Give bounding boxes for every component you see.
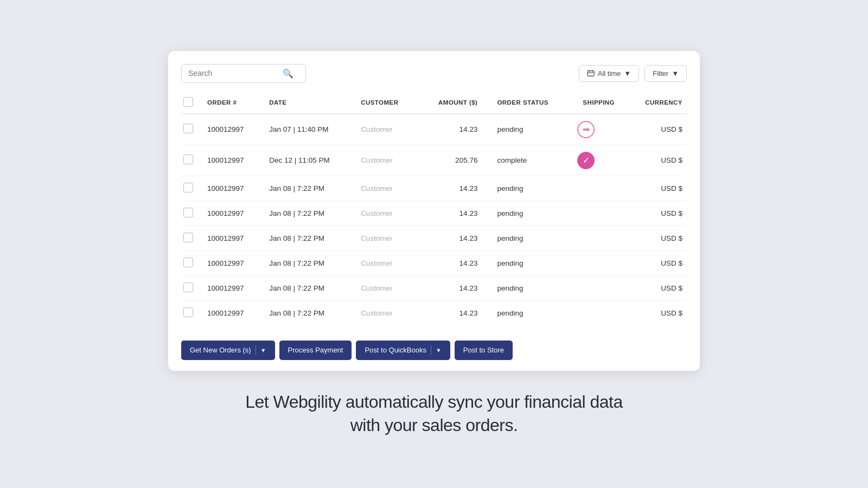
status-cell: pending	[490, 275, 571, 300]
status-cell: complete	[490, 145, 571, 176]
all-time-chevron-icon: ▼	[624, 69, 631, 78]
row-checkbox-cell[interactable]	[181, 201, 201, 226]
shipping-check-icon: ✓	[577, 152, 595, 169]
get-new-orders-button[interactable]: Get New Orders (s) ▼	[181, 341, 275, 360]
date-cell: Jan 08 | 7:22 PM	[263, 176, 354, 201]
amount-cell: 14.23	[417, 201, 490, 226]
currency-cell: USD $	[627, 226, 687, 251]
row-checkbox-cell[interactable]	[181, 114, 201, 145]
row-checkbox-cell[interactable]	[181, 176, 201, 201]
customer-cell: Customer	[354, 201, 417, 226]
divider2	[431, 345, 431, 355]
date-cell: Dec 12 | 11:05 PM	[263, 145, 354, 176]
date-cell: Jan 08 | 7:22 PM	[263, 226, 354, 251]
all-time-button[interactable]: All time ▼	[579, 65, 640, 82]
filter-button[interactable]: Filter ▼	[644, 65, 687, 82]
currency-cell: USD $	[627, 251, 687, 275]
status-cell: pending	[490, 176, 571, 201]
date-cell: Jan 07 | 11:40 PM	[263, 114, 354, 145]
row-checkbox-cell[interactable]	[181, 251, 201, 275]
post-to-quickbooks-dropdown-icon[interactable]: ▼	[436, 347, 442, 354]
status-cell: pending	[490, 226, 571, 251]
table-row: 100012997Jan 08 | 7:22 PMCustomer14.23pe…	[181, 300, 687, 325]
customer-cell: Customer	[354, 226, 417, 251]
shipping-cell	[571, 300, 627, 325]
row-checkbox[interactable]	[183, 155, 193, 164]
table-row: 100012997Jan 08 | 7:22 PMCustomer14.23pe…	[181, 226, 687, 251]
post-to-store-button[interactable]: Post to Store	[455, 341, 513, 360]
select-all-checkbox[interactable]	[183, 97, 193, 107]
search-box[interactable]: 🔍	[181, 64, 306, 83]
shipping-cell	[571, 251, 627, 275]
row-checkbox-cell[interactable]	[181, 300, 201, 325]
row-checkbox[interactable]	[183, 258, 193, 267]
order-number-cell: 100012997	[201, 275, 263, 300]
amount-cell: 14.23	[417, 176, 490, 201]
process-payment-button[interactable]: Process Payment	[279, 341, 352, 360]
currency-cell: USD $	[627, 201, 687, 226]
customer-cell: Customer	[354, 300, 417, 325]
toolbar: 🔍 All time ▼ Filter ▼	[181, 64, 687, 83]
row-checkbox[interactable]	[183, 124, 193, 133]
row-checkbox[interactable]	[183, 208, 193, 217]
currency-cell: USD $	[627, 300, 687, 325]
footer-buttons: Get New Orders (s) ▼ Process Payment Pos…	[181, 335, 687, 360]
get-new-orders-label: Get New Orders (s)	[190, 346, 251, 354]
post-to-quickbooks-button[interactable]: Post to QuickBooks ▼	[356, 341, 450, 360]
toolbar-right: All time ▼ Filter ▼	[579, 65, 687, 82]
table-row: 100012997Dec 12 | 11:05 PMCustomer205.76…	[181, 145, 687, 176]
table-header-row: ORDER # DATE CUSTOMER AMOUNT ($) ORDER S…	[181, 92, 687, 114]
filter-chevron-icon: ▼	[672, 69, 679, 78]
date-cell: Jan 08 | 7:22 PM	[263, 275, 354, 300]
status-cell: pending	[490, 114, 571, 145]
process-payment-label: Process Payment	[288, 346, 343, 354]
order-number-cell: 100012997	[201, 251, 263, 275]
shipping-cell	[571, 226, 627, 251]
customer-cell: Customer	[354, 251, 417, 275]
currency-cell: USD $	[627, 275, 687, 300]
order-number-header: ORDER #	[201, 92, 263, 114]
shipping-arrow-icon: ➡	[577, 121, 595, 138]
get-new-orders-dropdown-icon[interactable]: ▼	[260, 347, 266, 354]
tagline: Let Webgility automatically sync your fi…	[245, 390, 623, 437]
order-number-cell: 100012997	[201, 145, 263, 176]
customer-cell: Customer	[354, 275, 417, 300]
row-checkbox[interactable]	[183, 307, 193, 317]
calendar-icon	[587, 69, 595, 77]
tagline-line1: Let Webgility automatically sync your fi…	[245, 390, 623, 414]
post-to-store-label: Post to Store	[463, 346, 504, 354]
amount-cell: 14.23	[417, 275, 490, 300]
amount-cell: 205.76	[417, 145, 490, 176]
row-checkbox-cell[interactable]	[181, 275, 201, 300]
shipping-cell	[571, 201, 627, 226]
status-cell: pending	[490, 251, 571, 275]
amount-header: AMOUNT ($)	[417, 92, 490, 114]
row-checkbox[interactable]	[183, 282, 193, 292]
amount-cell: 14.23	[417, 300, 490, 325]
search-input[interactable]	[188, 69, 280, 78]
select-all-header[interactable]	[181, 92, 201, 114]
row-checkbox-cell[interactable]	[181, 226, 201, 251]
customer-cell: Customer	[354, 176, 417, 201]
row-checkbox[interactable]	[183, 183, 193, 192]
svg-rect-0	[588, 71, 594, 76]
table-row: 100012997Jan 08 | 7:22 PMCustomer14.23pe…	[181, 201, 687, 226]
search-icon: 🔍	[283, 68, 293, 79]
row-checkbox-cell[interactable]	[181, 145, 201, 176]
orders-card: 🔍 All time ▼ Filter ▼ ORDER # DATE CUSTO	[168, 51, 700, 371]
shipping-header: SHIPPING	[571, 92, 627, 114]
customer-header: CUSTOMER	[354, 92, 417, 114]
currency-cell: USD $	[627, 145, 687, 176]
row-checkbox[interactable]	[183, 233, 193, 242]
order-number-cell: 100012997	[201, 226, 263, 251]
date-header: DATE	[263, 92, 354, 114]
shipping-cell: ✓	[571, 145, 627, 176]
currency-header: CURRENCY	[627, 92, 687, 114]
order-number-cell: 100012997	[201, 300, 263, 325]
order-number-cell: 100012997	[201, 176, 263, 201]
filter-label: Filter	[653, 69, 668, 78]
customer-cell: Customer	[354, 145, 417, 176]
status-cell: pending	[490, 300, 571, 325]
currency-cell: USD $	[627, 114, 687, 145]
shipping-cell	[571, 275, 627, 300]
